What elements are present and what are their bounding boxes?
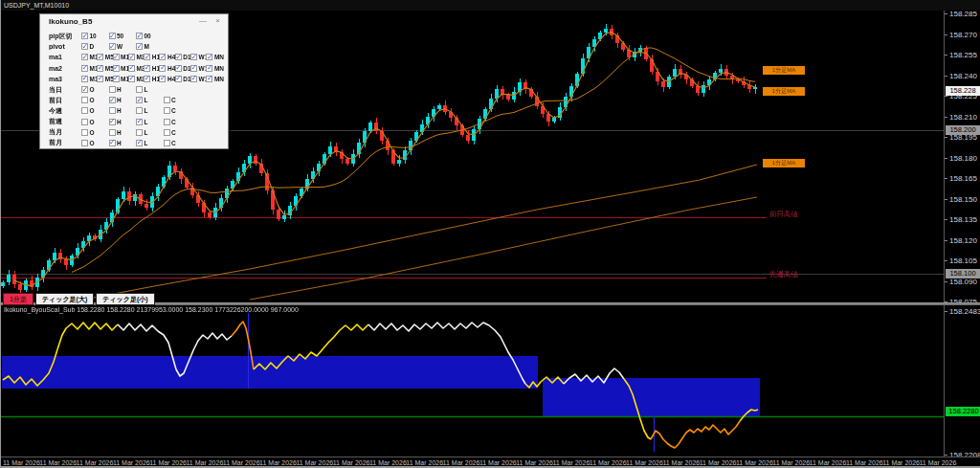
panel-row-label: ma1 [49,54,81,60]
time-axis[interactable]: 11 Mar 202611 Mar 202611 Mar 202611 Mar … [1,457,980,468]
checkbox[interactable] [109,107,116,114]
checkbox[interactable] [190,65,197,72]
checkbox[interactable] [97,65,103,72]
panel-option: D1 [175,54,190,60]
checkbox[interactable] [159,65,166,72]
checkbox[interactable] [159,76,166,82]
checkbox[interactable] [81,129,88,136]
panel-row-label: 当日 [49,85,81,95]
checkbox[interactable] [109,140,116,146]
close-icon[interactable]: × [215,16,220,25]
checkbox[interactable] [164,129,170,136]
checkbox[interactable] [109,97,116,103]
checkbox[interactable] [175,54,182,60]
panel-option: L [136,129,164,136]
time-axis-label: 11 Mar 2026 [333,459,370,466]
time-axis-label: 11 Mar 2026 [479,459,517,466]
sub-indicator-chart[interactable] [1,305,944,457]
checkbox[interactable] [81,140,88,146]
time-axis-label: 11 Mar 2026 [553,459,590,466]
indicator-settings-panel[interactable]: Ikokuno_B5 — × pip区切105000pivotDWMma1M1M… [39,13,229,149]
panel-option: C [164,119,191,125]
checkbox[interactable] [136,33,143,39]
minute-chart-button[interactable]: 1分足 [3,293,33,305]
checkbox[interactable] [128,76,135,82]
panel-option: H [109,107,137,114]
panel-option: 10 [81,33,109,39]
main-price-axis[interactable]: 158.285158.270158.255158.240158.225158.2… [944,11,980,302]
checkbox[interactable] [164,97,170,103]
panel-row-label: 当月 [49,127,81,137]
checkbox[interactable] [109,33,116,39]
checkbox[interactable] [164,119,170,125]
checkbox[interactable] [190,54,197,60]
checkbox[interactable] [113,65,120,72]
time-axis-label: 11 Mar 2026 [516,459,553,466]
checkbox[interactable] [136,43,143,50]
checkbox[interactable] [159,54,166,60]
checkbox[interactable] [175,65,182,72]
checkbox[interactable] [81,76,88,82]
checkbox-label: MN [214,76,224,82]
panel-row: 当月OHLC [49,127,225,138]
price-axis-label: 158.150 [949,195,977,204]
checkbox[interactable] [109,129,116,136]
checkbox[interactable] [136,119,143,125]
checkbox-label: L [145,86,148,93]
checkbox[interactable] [206,65,212,72]
checkbox-label: D [90,43,95,50]
minimize-icon[interactable]: — [199,16,207,25]
checkbox[interactable] [206,54,212,60]
panel-title: Ikokuno_B5 [49,17,92,26]
checkbox[interactable] [81,86,88,93]
checkbox[interactable] [136,97,143,103]
checkbox[interactable] [81,65,88,72]
checkbox[interactable] [81,119,88,125]
checkbox[interactable] [109,43,116,50]
checkbox[interactable] [81,43,88,50]
panel-option: M5 [97,65,112,72]
checkbox[interactable] [81,33,88,39]
checkbox[interactable] [136,129,143,136]
panel-option: H1 [144,76,159,82]
chart-title-bar[interactable]: USDJPY_MT,M10010 [1,0,980,11]
checkbox[interactable] [136,140,143,146]
checkbox[interactable] [109,119,116,125]
checkbox[interactable] [97,54,103,60]
tick-chart-button[interactable]: ティック足(小) [96,293,154,305]
checkbox[interactable] [113,76,120,82]
checkbox[interactable] [144,54,150,60]
checkbox[interactable] [144,65,150,72]
checkbox[interactable] [144,76,150,82]
panel-option: H1 [144,65,159,72]
checkbox[interactable] [113,54,120,60]
panel-option: M1 [81,76,97,82]
panel-option: L [136,107,164,114]
sub-price-axis[interactable]: 158.2483158.2208158.2280 [944,305,980,457]
checkbox[interactable] [109,86,116,93]
panel-row: pip区切105000 [49,31,225,41]
checkbox[interactable] [97,76,103,82]
price-axis-label: 158.240 [949,72,977,80]
checkbox[interactable] [164,107,170,114]
checkbox[interactable] [128,65,135,72]
checkbox[interactable] [81,54,88,60]
checkbox[interactable] [175,76,182,82]
panel-option: O [81,107,109,114]
checkbox[interactable] [128,54,135,60]
time-axis-label: 11 Mar 2026 [187,459,224,466]
checkbox[interactable] [136,107,143,114]
tick-chart-button[interactable]: ティック足(大) [35,293,94,305]
checkbox[interactable] [206,76,212,82]
checkbox[interactable] [190,76,197,82]
checkbox[interactable] [81,97,88,103]
checkbox[interactable] [136,86,143,93]
checkbox[interactable] [164,140,170,146]
panel-option: C [164,97,191,103]
checkbox[interactable] [81,107,88,114]
panel-option: L [136,119,164,125]
checkbox-label: H [117,129,122,136]
checkbox-label: H [117,119,122,125]
sub-indicator-values: Ikokuno_ByouScal_Sub 158.2280 158.2280 2… [4,306,299,313]
panel-option: W1 [190,76,206,82]
